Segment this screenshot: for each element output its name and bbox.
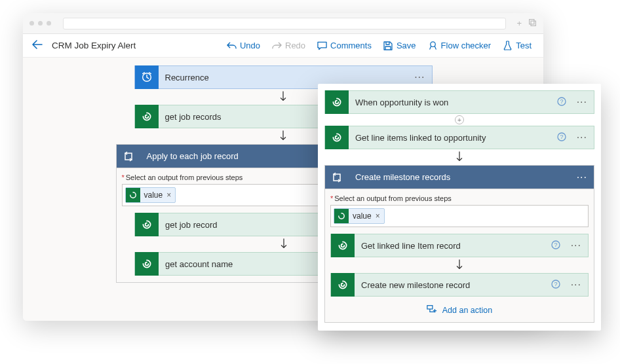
window-dot: [29, 21, 34, 26]
page-title: CRM Job Expiry Alert: [52, 41, 218, 50]
connector-icon: [135, 213, 159, 236]
flow-arrow: [324, 149, 594, 165]
select-output-label: Select an output from previous steps: [330, 194, 589, 202]
step-get-line-items[interactable]: Get line items linked to opportunity ? ·…: [324, 126, 594, 149]
remove-token-icon[interactable]: ×: [166, 191, 171, 200]
connector-icon: [331, 273, 355, 297]
remove-token-icon[interactable]: ×: [376, 211, 380, 221]
svg-text:?: ?: [560, 98, 563, 105]
flow-arrow: [330, 257, 589, 273]
svg-text:?: ?: [554, 281, 557, 287]
undo-button[interactable]: Undo: [224, 38, 263, 53]
secondary-flow-panel: When opportunity is won ? ··· + Get line…: [318, 84, 601, 331]
copy-icon[interactable]: [528, 18, 537, 29]
comments-button[interactable]: Comments: [315, 38, 374, 53]
loop-icon: [325, 166, 349, 189]
step-create-new-milestone[interactable]: Create new milestone record ? ···: [330, 273, 589, 297]
test-button[interactable]: Test: [500, 38, 534, 53]
editor-toolbar: CRM Job Expiry Alert Undo Redo Comments …: [23, 34, 543, 58]
test-icon: [503, 41, 513, 50]
svg-rect-1: [531, 21, 535, 26]
step-label: Create new milestone record: [355, 280, 551, 290]
value-token[interactable]: value ×: [334, 208, 385, 224]
step-label: When opportunity is won: [349, 98, 557, 107]
more-icon[interactable]: ···: [564, 240, 588, 251]
flow-checker-button[interactable]: Flow checker: [425, 38, 494, 53]
foreach-header[interactable]: Create milestone records ···: [325, 166, 594, 189]
browser-chrome: +: [23, 13, 543, 34]
more-icon[interactable]: ···: [570, 132, 594, 143]
step-label: Get line items linked to opportunity: [349, 133, 557, 143]
connector-icon: [331, 234, 355, 257]
help-icon[interactable]: ?: [551, 240, 564, 251]
help-icon[interactable]: ?: [557, 97, 570, 108]
output-token-input[interactable]: value ×: [330, 205, 589, 227]
more-icon[interactable]: ···: [570, 96, 594, 108]
more-icon[interactable]: ···: [408, 71, 431, 83]
add-step-icon[interactable]: +: [455, 115, 464, 124]
step-get-linked-line-item[interactable]: Get linked line Item record ? ···: [330, 234, 589, 257]
connector-icon: [325, 90, 349, 114]
svg-rect-0: [530, 19, 534, 24]
connector-icon: [325, 126, 349, 149]
flow-checker-icon: [428, 41, 438, 50]
more-icon[interactable]: ···: [570, 172, 594, 183]
window-dot: [38, 21, 43, 26]
add-action-button[interactable]: Add an action: [330, 297, 589, 316]
step-label: Get linked line Item record: [355, 241, 551, 251]
loop-icon: [117, 145, 140, 168]
save-button[interactable]: Save: [381, 38, 419, 53]
svg-rect-12: [427, 306, 433, 309]
add-action-icon: [427, 304, 437, 316]
url-bar[interactable]: [63, 18, 506, 29]
connector-icon: [135, 105, 159, 128]
connector-icon: [135, 252, 159, 276]
step-when-opportunity-won[interactable]: When opportunity is won ? ···: [324, 90, 594, 114]
new-tab-icon[interactable]: +: [516, 18, 522, 29]
back-arrow-icon[interactable]: [32, 40, 43, 51]
help-icon[interactable]: ?: [557, 132, 570, 143]
svg-text:?: ?: [560, 134, 563, 140]
more-icon[interactable]: ···: [564, 279, 588, 291]
clock-icon: [135, 65, 159, 89]
help-icon[interactable]: ?: [551, 280, 564, 291]
window-dot: [47, 21, 51, 26]
redo-button[interactable]: Redo: [269, 38, 308, 53]
value-token[interactable]: value ×: [125, 187, 176, 203]
save-icon: [383, 41, 393, 50]
redo-icon: [272, 41, 282, 50]
connector-icon: [126, 188, 140, 202]
foreach-title: Create milestone records: [349, 172, 570, 182]
comment-icon: [317, 41, 327, 50]
foreach-block: Create milestone records ··· Select an o…: [324, 165, 594, 323]
connector-icon: [334, 209, 349, 223]
svg-text:?: ?: [554, 242, 557, 248]
undo-icon: [227, 41, 237, 50]
step-label: Recurrence: [159, 73, 408, 82]
